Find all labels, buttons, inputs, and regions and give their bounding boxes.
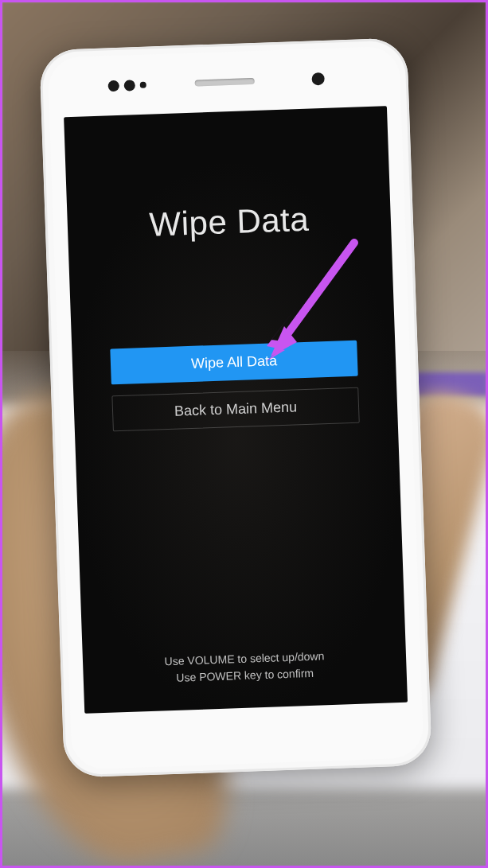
recovery-instructions: Use VOLUME to select up/down Use POWER k…: [83, 645, 407, 690]
back-to-main-menu-button[interactable]: Back to Main Menu: [111, 387, 359, 432]
option-label: Wipe All Data: [191, 352, 278, 372]
earpiece-icon: [194, 78, 254, 87]
phone-screen: Wipe Data Wipe All Data Back to Main Men…: [64, 106, 408, 714]
recovery-options-list: Wipe All Data Back to Main Menu: [110, 341, 359, 432]
phone-bottom-bezel: [70, 704, 424, 764]
option-label: Back to Main Menu: [174, 399, 298, 419]
phone-device: Wipe Data Wipe All Data Back to Main Men…: [39, 37, 432, 778]
phone-top-bezel: [48, 53, 401, 112]
sensor-icon: [108, 80, 119, 91]
recovery-menu: Wipe Data Wipe All Data Back to Main Men…: [64, 106, 408, 714]
sensor-icon: [124, 80, 135, 91]
front-camera-icon: [311, 72, 325, 86]
recovery-title: Wipe Data: [149, 200, 310, 244]
wipe-all-data-button[interactable]: Wipe All Data: [110, 341, 357, 385]
sensor-icon: [140, 82, 146, 88]
